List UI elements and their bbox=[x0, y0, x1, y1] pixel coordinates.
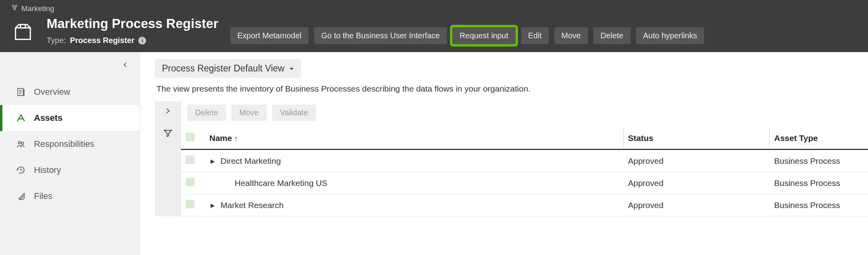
breadcrumb-org[interactable]: Marketing bbox=[21, 4, 54, 13]
row-delete-button[interactable]: Delete bbox=[187, 105, 226, 121]
sidebar-item-label: Overview bbox=[34, 87, 70, 97]
sidebar-item-files[interactable]: Files bbox=[0, 183, 139, 209]
col-header-asset-type[interactable]: Asset Type bbox=[769, 127, 868, 150]
header-title-block: Marketing Process Register Type: Process… bbox=[47, 16, 218, 45]
table-row[interactable]: ▸Market ResearchApprovedBusiness Process bbox=[181, 194, 868, 216]
col-header-name[interactable]: Name↑ bbox=[205, 127, 623, 150]
gutter-expand-button[interactable] bbox=[162, 105, 173, 116]
sidebar-item-responsibilities[interactable]: Responsibilities bbox=[0, 131, 139, 157]
row-validate-button[interactable]: Validate bbox=[272, 105, 316, 121]
row-status: Approved bbox=[623, 150, 769, 172]
main-content: Process Register Default View The view p… bbox=[140, 52, 868, 255]
delete-button[interactable]: Delete bbox=[593, 27, 631, 44]
table-area: Delete Move Validate Name↑ bbox=[181, 101, 868, 216]
table-row[interactable]: Healthcare Marketing USApprovedBusiness … bbox=[181, 172, 868, 194]
table-gutter bbox=[155, 101, 181, 216]
row-checkbox[interactable] bbox=[186, 200, 194, 208]
row-status: Approved bbox=[623, 194, 769, 216]
row-name-cell[interactable]: Healthcare Marketing US bbox=[205, 172, 623, 194]
row-checkbox-cell[interactable] bbox=[181, 194, 205, 216]
sidebar-item-label: Responsibilities bbox=[34, 139, 94, 149]
request-input-button[interactable]: Request input bbox=[452, 27, 515, 44]
sidebar-item-overview[interactable]: Overview bbox=[0, 79, 139, 105]
row-checkbox[interactable] bbox=[186, 178, 194, 186]
col-header-status[interactable]: Status bbox=[623, 127, 769, 150]
chevron-down-icon bbox=[289, 63, 294, 74]
responsibilities-icon bbox=[16, 139, 26, 149]
row-asset-type: Business Process bbox=[769, 150, 868, 172]
overview-icon bbox=[16, 87, 26, 97]
page-title: Marketing Process Register bbox=[47, 16, 218, 31]
svg-point-2 bbox=[14, 8, 16, 10]
sidebar-item-assets[interactable]: Assets bbox=[0, 105, 139, 131]
header-main: Marketing Process Register Type: Process… bbox=[0, 16, 868, 45]
row-move-button[interactable]: Move bbox=[232, 105, 267, 121]
table-row[interactable]: ▸Direct MarketingApprovedBusiness Proces… bbox=[181, 150, 868, 172]
view-name: Process Register Default View bbox=[162, 63, 284, 74]
type-value[interactable]: Process Register bbox=[70, 36, 134, 45]
col-header-check[interactable] bbox=[181, 127, 205, 150]
table-header-row: Name↑ Status Asset Type bbox=[181, 127, 868, 150]
type-label: Type: bbox=[47, 36, 66, 45]
org-icon bbox=[11, 4, 18, 13]
filter-icon[interactable] bbox=[162, 128, 173, 139]
sidebar-item-label: Assets bbox=[34, 113, 62, 123]
row-asset-type: Business Process bbox=[769, 194, 868, 216]
breadcrumb[interactable]: Marketing bbox=[0, 4, 868, 16]
expand-toggle-icon[interactable]: ▸ bbox=[209, 156, 216, 166]
sidebar-item-label: Files bbox=[34, 191, 52, 201]
row-status: Approved bbox=[623, 172, 769, 194]
row-checkbox-cell[interactable] bbox=[181, 150, 205, 172]
page-header: Marketing Marketing Process Register Typ… bbox=[0, 0, 868, 52]
view-selector[interactable]: Process Register Default View bbox=[155, 59, 301, 78]
edit-button[interactable]: Edit bbox=[521, 27, 549, 44]
svg-point-7 bbox=[21, 142, 24, 144]
row-checkbox[interactable] bbox=[186, 156, 194, 164]
move-button[interactable]: Move bbox=[554, 27, 588, 44]
sidebar-collapse-button[interactable] bbox=[122, 58, 139, 79]
type-row: Type: Process Register i bbox=[47, 36, 218, 45]
row-name-cell[interactable]: ▸Direct Marketing bbox=[205, 150, 623, 172]
sidebar: Overview Assets Responsibilities History bbox=[0, 52, 140, 255]
header-actions: Export Metamodel Go to the Business User… bbox=[230, 27, 704, 45]
svg-point-6 bbox=[18, 141, 21, 144]
files-icon bbox=[16, 191, 26, 201]
body: Overview Assets Responsibilities History bbox=[0, 52, 868, 255]
row-name[interactable]: Market Research bbox=[220, 201, 284, 210]
register-icon bbox=[11, 20, 35, 44]
row-asset-type: Business Process bbox=[769, 172, 868, 194]
assets-table: Name↑ Status Asset Type ▸Direct Marketin… bbox=[181, 127, 868, 216]
export-metamodel-button[interactable]: Export Metamodel bbox=[230, 27, 309, 44]
sidebar-item-label: History bbox=[34, 165, 61, 175]
view-description: The view presents the inventory of Busin… bbox=[155, 78, 868, 101]
svg-rect-3 bbox=[15, 28, 30, 39]
table-wrap: Delete Move Validate Name↑ bbox=[155, 101, 868, 216]
history-icon bbox=[16, 165, 26, 175]
row-name-cell[interactable]: ▸Market Research bbox=[205, 194, 623, 216]
row-checkbox-cell[interactable] bbox=[181, 172, 205, 194]
row-name[interactable]: Healthcare Marketing US bbox=[235, 178, 328, 188]
sort-asc-icon: ↑ bbox=[234, 135, 238, 142]
sidebar-item-history[interactable]: History bbox=[0, 157, 139, 183]
select-all-checkbox[interactable] bbox=[186, 133, 194, 141]
goto-business-ui-button[interactable]: Go to the Business User Interface bbox=[314, 27, 447, 44]
assets-icon bbox=[16, 113, 26, 123]
auto-hyperlinks-button[interactable]: Auto hyperlinks bbox=[636, 27, 704, 44]
expand-toggle-icon[interactable]: ▸ bbox=[209, 201, 216, 210]
row-name[interactable]: Direct Marketing bbox=[220, 156, 281, 166]
svg-rect-4 bbox=[21, 24, 26, 28]
info-icon[interactable]: i bbox=[138, 37, 146, 45]
row-actions: Delete Move Validate bbox=[181, 101, 868, 127]
